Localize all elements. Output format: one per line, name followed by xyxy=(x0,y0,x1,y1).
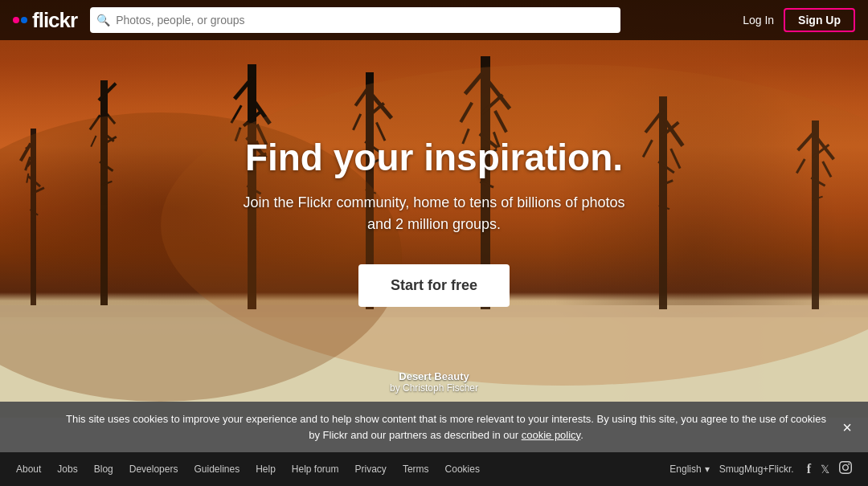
header: flickr 🔍 Log In Sign Up xyxy=(0,0,868,40)
hero-overlay: Find your inspiration. Join the Flickr c… xyxy=(0,0,868,418)
logo: flickr xyxy=(13,8,77,33)
hero-section: Find your inspiration. Join the Flickr c… xyxy=(0,0,868,418)
photo-author: by Christoph Fischer xyxy=(390,382,478,394)
footer-links: About Jobs Blog Developers Guidelines He… xyxy=(16,464,669,475)
cookie-policy-link[interactable]: cookie policy xyxy=(522,429,580,441)
instagram-icon[interactable] xyxy=(839,461,852,477)
hero-subtitle: Join the Flickr community, home to tens … xyxy=(241,192,627,235)
hero-title: Find your inspiration. xyxy=(245,136,623,179)
search-bar: 🔍 xyxy=(90,7,620,33)
nav-right: Log In Sign Up xyxy=(743,8,855,32)
dot-blue xyxy=(21,17,27,23)
logo-text: flickr xyxy=(32,8,77,33)
footer-link-help[interactable]: Help xyxy=(256,464,276,475)
dot-pink xyxy=(13,17,19,23)
signup-button[interactable]: Sign Up xyxy=(784,8,855,32)
cookie-bar: This site uses cookies to improve your e… xyxy=(0,402,868,452)
footer-language[interactable]: English ▾ xyxy=(669,464,709,475)
footer-link-helpforum[interactable]: Help forum xyxy=(292,464,339,475)
footer: About Jobs Blog Developers Guidelines He… xyxy=(0,452,868,486)
footer-link-blog[interactable]: Blog xyxy=(94,464,113,475)
footer-smugmug[interactable]: SmugMug+Flickr. xyxy=(719,464,794,475)
footer-link-cookies[interactable]: Cookies xyxy=(445,464,480,475)
footer-link-guidelines[interactable]: Guidelines xyxy=(194,464,240,475)
footer-link-developers[interactable]: Developers xyxy=(129,464,178,475)
search-icon: 🔍 xyxy=(96,14,110,27)
cookie-text: This site uses cookies to improve your e… xyxy=(64,411,828,443)
twitter-icon[interactable]: 𝕏 xyxy=(821,463,829,476)
login-button[interactable]: Log In xyxy=(743,14,774,27)
footer-link-about[interactable]: About xyxy=(16,464,41,475)
footer-link-privacy[interactable]: Privacy xyxy=(355,464,387,475)
chevron-down-icon: ▾ xyxy=(705,464,710,475)
footer-social: f 𝕏 xyxy=(807,461,852,477)
search-input[interactable] xyxy=(90,7,620,33)
photo-title: Desert Beauty xyxy=(390,370,478,382)
photo-credit: Desert Beauty by Christoph Fischer xyxy=(390,370,478,394)
footer-link-jobs[interactable]: Jobs xyxy=(57,464,77,475)
logo-dots xyxy=(13,17,27,23)
start-free-button[interactable]: Start for free xyxy=(358,264,510,307)
facebook-icon[interactable]: f xyxy=(807,462,811,476)
language-label: English xyxy=(669,464,701,475)
cookie-close-button[interactable]: × xyxy=(842,419,852,435)
footer-link-terms[interactable]: Terms xyxy=(403,464,429,475)
